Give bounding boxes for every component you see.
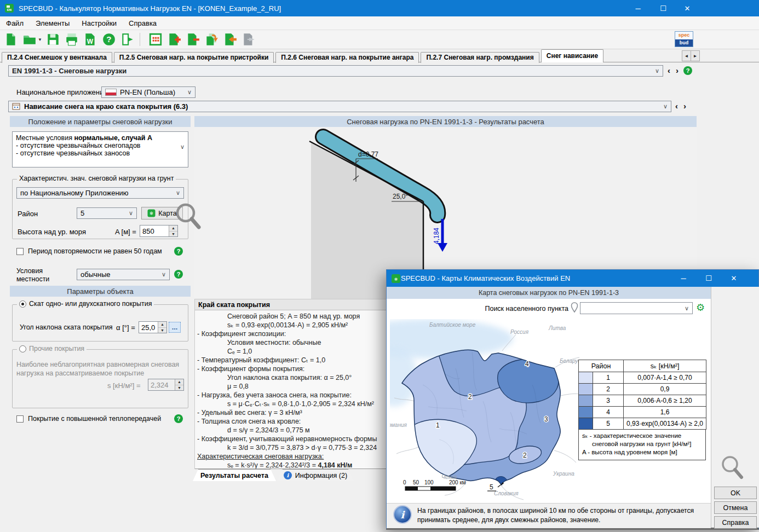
legend-line: A - высота над уровнем моря [м] (582, 448, 702, 456)
mouse-cursor-magnifier (171, 201, 203, 236)
dialog-minimize-button[interactable]: ─ (671, 270, 696, 286)
thermal-help-icon[interactable]: ? (174, 414, 183, 423)
slope-radio-row: Скат одно- или двухскатного покрытия (17, 300, 154, 308)
other-roofs-radio[interactable] (19, 345, 26, 352)
poland-snow-map[interactable]: Балтийское море Россия Литва Беларусь Ге… (390, 319, 579, 502)
zone-table-header-region: Район (579, 360, 624, 372)
tab-scroll-left[interactable]: ◄ (682, 50, 691, 61)
label-belarus: Беларусь (560, 358, 579, 364)
region-select[interactable]: 5 ∨ (77, 207, 137, 219)
maximize-button[interactable]: ☐ (651, 0, 676, 16)
menu-item[interactable]: Файл (0, 18, 30, 29)
open-file-icon[interactable] (22, 32, 37, 47)
map-dialog: ❄ SPECBUD - Карты Климатических Воздейст… (386, 269, 759, 530)
svg-text:?: ? (106, 34, 111, 44)
zone-formula: 0,006·A-0,6 ≥ 1,20 (624, 395, 706, 407)
svg-text:50: 50 (413, 479, 419, 485)
remove-calc-icon[interactable] (185, 32, 200, 47)
label-lithuania: Литва (548, 325, 566, 331)
cancel-button[interactable]: Отмена (714, 501, 757, 514)
stepper-arrows[interactable]: ▲▼ (158, 322, 166, 333)
dialog-title: SPECBUD - Карты Климатических Воздействи… (401, 274, 570, 282)
norm-help-icon[interactable]: ? (683, 66, 692, 75)
document-tab[interactable]: П.2.4 Снег.мешок у вентканала (2, 52, 112, 63)
help-icon[interactable]: ? (101, 32, 117, 47)
zone-table-body: 1 0,007·A-1,4 ≥ 0,70 2 0,9 3 0,006·A-0,6… (578, 372, 706, 430)
label-ukraine: Украина (553, 471, 574, 477)
zone-3-label: 3 (544, 415, 548, 423)
application-window: EN SPECBUD - Калькулятор Нормативных Наг… (0, 0, 759, 532)
import-calc-icon[interactable] (222, 32, 238, 47)
help-button[interactable]: Справка (714, 516, 757, 529)
tab-information[interactable]: i Информация (2) (277, 469, 354, 481)
menu-item[interactable]: Настройки (76, 18, 123, 29)
close-button[interactable]: ✕ (675, 0, 700, 16)
document-tab[interactable]: П.2.5 Снеговая нагр. на покрытие пристро… (114, 52, 274, 63)
zone-color-swatch (579, 372, 593, 384)
tab-scroll-right[interactable]: ► (691, 50, 700, 61)
add-calc-icon[interactable] (166, 32, 182, 47)
case-select[interactable]: Нависание снега на краю ската покрытия (… (8, 101, 671, 112)
slope-prefix: α [°] = (116, 323, 135, 332)
zone-formula: 0,93·exp(0,00134·A) ≥ 2,0 (624, 418, 706, 430)
thermal-checkbox[interactable] (16, 415, 24, 423)
calc-manager-icon[interactable] (148, 32, 163, 47)
search-settings-gear-icon[interactable]: ⚙ (696, 303, 705, 313)
other-roofs-note: Наиболее неблагоприятная равномерная сне… (16, 360, 179, 378)
return-period-checkbox[interactable] (16, 248, 24, 255)
case-prev-button[interactable]: ‹ (675, 101, 678, 111)
slope-radio[interactable] (19, 300, 26, 308)
document-tab[interactable]: П.2.6 Снеговая нагр. на покрытие ангара (275, 52, 419, 63)
legend-line: снеговой нагрузки на грунт [кН/м²] (582, 440, 702, 448)
annex-select[interactable]: PN-EN (Польша) ∨ (101, 86, 196, 98)
ok-button[interactable]: OK (714, 487, 757, 499)
dialog-header: Карта снеговых нагрузок по PN-EN 1991-1-… (387, 287, 711, 299)
search-input[interactable]: ∨ (580, 302, 693, 314)
document-tab[interactable]: Снег нависание (541, 49, 603, 62)
label-germany: Германия (390, 422, 407, 428)
zone-2-enclave-label: 2 (523, 452, 527, 459)
zone-2-label: 2 (468, 393, 472, 401)
new-file-icon[interactable] (3, 32, 19, 47)
return-period-help-icon[interactable]: ? (174, 247, 183, 256)
document-tab[interactable]: П.2.7 Снеговая нагр. промздания (421, 52, 539, 63)
local-conditions-select[interactable]: Местные условия нормальные, случай А - о… (12, 131, 188, 167)
specbud-logo[interactable]: spec bud (675, 31, 693, 47)
label-russia: Россия (510, 329, 529, 335)
dialog-close-button[interactable]: ✕ (721, 270, 746, 286)
close-calc-icon[interactable] (241, 32, 256, 47)
minimize-button[interactable]: ─ (625, 0, 651, 16)
ground-method-select[interactable]: по Национальному Приложению ∨ (16, 187, 184, 199)
legend-line: sₖ - характеристическое значение (582, 432, 702, 440)
terrain-help-icon[interactable]: ? (174, 270, 183, 279)
exit-icon[interactable] (120, 32, 135, 47)
window-title: SPECBUD - Калькулятор Нормативных Нагруз… (19, 4, 281, 13)
chevron-down-icon: ∨ (685, 305, 689, 311)
copy-calc-icon[interactable] (204, 32, 219, 47)
location-pin-icon (571, 302, 578, 314)
dialog-maximize-button[interactable]: ☐ (696, 270, 721, 286)
panel-header: Положение и параметры снеговой нагрузки (10, 116, 191, 127)
terrain-select[interactable]: обычные ∨ (77, 269, 170, 280)
print-icon[interactable] (64, 32, 79, 47)
svg-text:200 км: 200 км (449, 479, 466, 485)
zone-color-swatch (579, 407, 593, 418)
menu-item[interactable]: Элементы (30, 18, 76, 29)
norm-prev-button[interactable]: ‹ (668, 66, 670, 75)
dialog-info-icon: i (393, 505, 412, 524)
case-next-button[interactable]: › (683, 101, 686, 111)
slope-stepper[interactable]: 25,0 ▲▼ (139, 321, 167, 333)
save-icon[interactable] (45, 32, 61, 47)
norm-next-button[interactable]: › (676, 66, 679, 75)
zoom-tool-icon[interactable] (717, 454, 746, 484)
annex-label: Национальное приложение (16, 88, 108, 96)
norm-select[interactable]: EN 1991-1-3 - Снеговые нагрузки ∨ (8, 65, 663, 77)
info-icon: i (284, 471, 292, 479)
menu-item[interactable]: Справка (123, 18, 163, 29)
export-word-icon[interactable]: W (83, 32, 98, 47)
slope-more-button[interactable]: ... (169, 322, 181, 333)
angle-label: 25,0° (393, 193, 408, 200)
d-dimension-label: d=0,77 (358, 151, 378, 158)
tab-results[interactable]: Результаты расчета (193, 469, 276, 481)
open-file-dropdown-icon[interactable]: ▼ (38, 37, 42, 42)
